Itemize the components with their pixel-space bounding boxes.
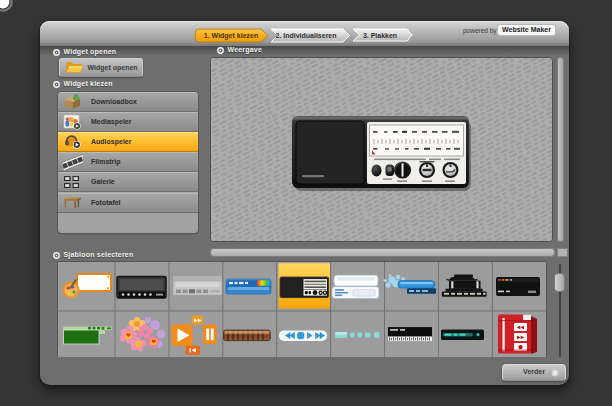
svg-text:2. Individualiseren: 2. Individualiseren bbox=[275, 32, 336, 39]
svg-text:1. Widget kiezen: 1. Widget kiezen bbox=[204, 32, 258, 40]
svg-text:3. Plakken: 3. Plakken bbox=[363, 32, 397, 39]
